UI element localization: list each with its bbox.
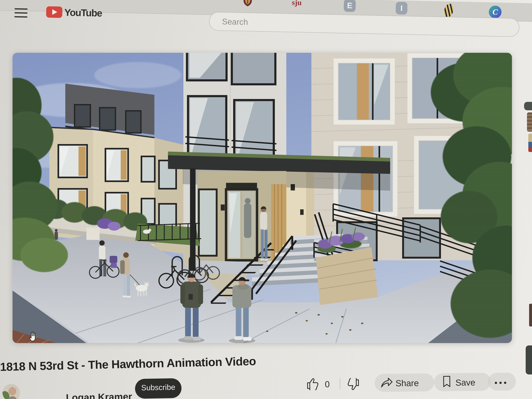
related-video-thumbnail[interactable]: [528, 133, 532, 152]
related-video-thumbnail[interactable]: [526, 345, 532, 374]
channel-row: Logan Kramer Subscribe: [0, 378, 211, 399]
canopy-post: [190, 168, 196, 271]
more-actions-button[interactable]: •••: [494, 378, 508, 387]
hamburger-menu-icon[interactable]: [14, 8, 27, 18]
save-bookmark-icon[interactable]: [440, 375, 453, 388]
crest-icon[interactable]: [243, 0, 253, 6]
render-scene: [13, 53, 512, 343]
related-video-thumbnail[interactable]: [529, 304, 532, 326]
video-player[interactable]: [13, 53, 512, 343]
channel-name[interactable]: Logan Kramer: [66, 391, 132, 399]
save-button[interactable]: Save: [456, 377, 475, 388]
subscribe-button[interactable]: Subscribe: [135, 378, 182, 399]
tab-favicon-c[interactable]: C: [489, 6, 502, 19]
youtube-wordmark: YouTube: [64, 7, 102, 19]
share-arrow-icon[interactable]: [380, 376, 393, 390]
youtube-logo[interactable]: YouTube: [46, 6, 102, 19]
share-button[interactable]: Share: [396, 378, 419, 388]
tab-favicon-e[interactable]: E: [344, 0, 356, 12]
tab-favicon-sju[interactable]: sju: [292, 0, 302, 8]
screen: sju E I C YouTube: [0, 0, 532, 399]
video-actions-row: 0 Share Save •••: [301, 371, 532, 396]
thumbs-up-icon[interactable]: [305, 377, 319, 390]
thumbs-down-icon[interactable]: [347, 378, 361, 391]
related-video-thumbnail[interactable]: [524, 102, 532, 110]
tab-favicon-i[interactable]: I: [396, 2, 407, 15]
channel-avatar[interactable]: [2, 384, 20, 399]
video-title-row: 1818 N 53rd St - The Hawthorn Animation …: [0, 352, 343, 374]
youtube-play-icon: [46, 6, 62, 18]
actions-divider: [340, 378, 340, 389]
video-title: 1818 N 53rd St - The Hawthorn Animation …: [0, 352, 343, 374]
tiger-stripe-icon[interactable]: [443, 3, 455, 18]
related-video-thumbnail[interactable]: [527, 112, 532, 132]
like-count[interactable]: 0: [325, 379, 330, 389]
